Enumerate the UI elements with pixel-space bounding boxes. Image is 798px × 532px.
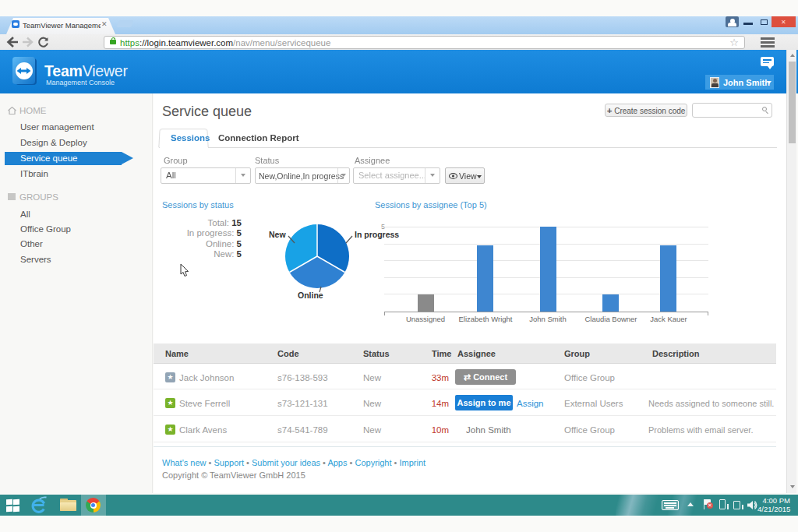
svg-text:Jack Kauer: Jack Kauer: [650, 315, 687, 323]
svg-text:New: New: [269, 230, 286, 239]
svg-text:John Smith: John Smith: [529, 315, 567, 323]
svg-text:Online: Online: [298, 291, 323, 300]
svg-text:Unassigned: Unassigned: [406, 315, 445, 323]
svg-text:Claudia Bowner: Claudia Bowner: [584, 315, 637, 323]
svg-text:Elizabeth Wright: Elizabeth Wright: [459, 315, 513, 323]
